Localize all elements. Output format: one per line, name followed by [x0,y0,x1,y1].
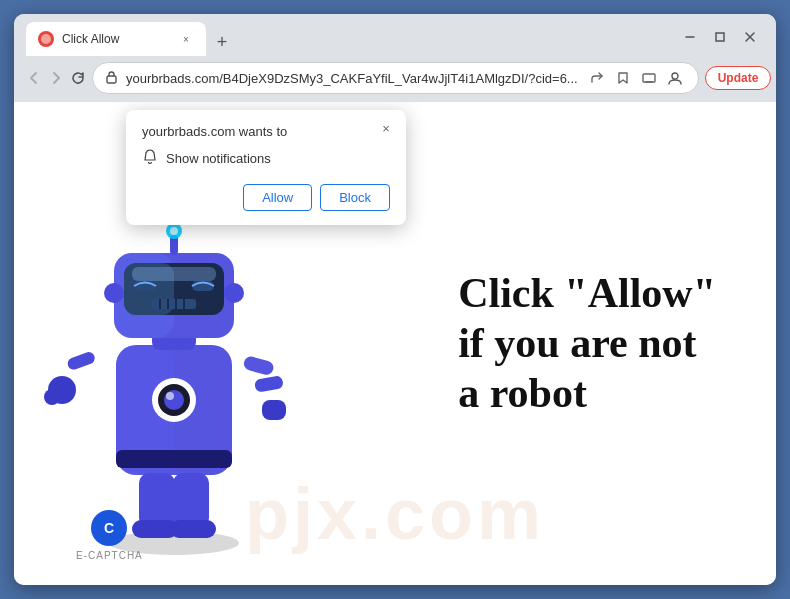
share-icon[interactable] [586,67,608,89]
popup-notification-text: Show notifications [166,151,271,166]
main-text-area: Click "Allow" if you are not a robot [458,268,716,419]
popup-close-button[interactable]: × [376,118,396,138]
active-tab[interactable]: Click Allow × [26,22,206,56]
svg-point-34 [170,227,178,235]
profile-icon[interactable] [664,67,686,89]
svg-point-17 [164,390,184,410]
toolbar: yourbrbads.com/B4DjeX9DzSMy3_CAKFaYfiL_V… [14,56,776,102]
bookmark-icon[interactable] [612,67,634,89]
svg-rect-37 [139,473,175,528]
ecaptcha-badge: C E-CAPTCHA [76,510,143,561]
svg-point-35 [104,283,124,303]
svg-rect-27 [152,299,196,309]
address-icons [586,67,686,89]
svg-rect-38 [173,473,209,528]
allow-button[interactable]: Allow [243,184,312,211]
cast-icon[interactable] [638,67,660,89]
svg-point-36 [224,283,244,303]
refresh-button[interactable] [70,64,86,92]
svg-rect-14 [116,450,232,468]
menu-dots-button[interactable]: ⋮ [775,64,776,92]
popup-notification-row: Show notifications [142,149,390,168]
minimize-button[interactable] [676,23,704,51]
maximize-button[interactable] [706,23,734,51]
popup-buttons: Allow Block [142,184,390,211]
url-text: yourbrbads.com/B4DjeX9DzSMy3_CAKFaYfiL_V… [126,71,578,86]
svg-point-0 [41,34,51,44]
block-button[interactable]: Block [320,184,390,211]
svg-rect-1 [716,33,724,41]
svg-point-8 [44,389,60,405]
svg-rect-2 [107,76,116,83]
ecaptcha-logo: C [91,510,127,546]
robot-illustration [44,185,324,565]
close-button[interactable] [736,23,764,51]
tab-title: Click Allow [62,32,170,46]
address-bar[interactable]: yourbrbads.com/B4DjeX9DzSMy3_CAKFaYfiL_V… [92,62,699,94]
lock-icon [105,70,118,87]
svg-rect-40 [170,520,216,538]
tab-favicon [38,31,54,47]
svg-rect-9 [242,355,275,376]
svg-rect-6 [66,350,96,371]
notification-popup: × yourbrbads.com wants to Show notificat… [126,110,406,225]
svg-point-18 [166,392,174,400]
tabs-area: Click Allow × + [26,22,668,56]
popup-title: yourbrbads.com wants to [142,124,390,139]
new-tab-button[interactable]: + [208,28,236,56]
browser-window: Click Allow × + [14,14,776,585]
toolbar-right: Update ⋮ [705,64,776,92]
svg-point-4 [672,73,678,79]
main-text-content: Click "Allow" if you are not a robot [458,268,716,419]
svg-rect-11 [262,400,286,420]
title-bar: Click Allow × + [14,14,776,56]
bell-icon [142,149,158,168]
tab-close-button[interactable]: × [178,31,194,47]
back-button[interactable] [26,64,42,92]
ecaptcha-label: E-CAPTCHA [76,550,143,561]
page-content: pjx.com [14,102,776,585]
main-text-line1: Click "Allow" [458,268,716,318]
svg-rect-24 [132,267,216,281]
main-text-line3: a robot [458,369,716,419]
forward-button[interactable] [48,64,64,92]
svg-text:C: C [104,520,114,536]
main-text-line2: if you are not [458,318,716,368]
update-button[interactable]: Update [705,66,772,90]
svg-rect-3 [643,74,655,82]
svg-rect-10 [254,375,284,393]
window-controls [676,23,764,55]
